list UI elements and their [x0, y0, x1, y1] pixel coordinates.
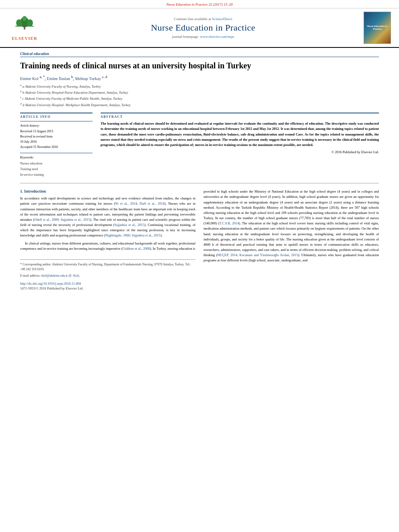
svg-point-3	[27, 19, 33, 27]
keyword-2: In-service training	[20, 172, 93, 178]
cover-image: Nurse Education in Practice	[364, 12, 391, 44]
cover-title-text: Nurse Education in Practice	[366, 25, 389, 31]
affiliations: a a Akdeniz University Faculty of Nursin…	[20, 83, 379, 108]
author-emine-ilaslan: Emine İlaslan	[47, 76, 70, 81]
journal-header: ELSEVIER Contents lists available at Sci…	[0, 8, 399, 48]
body-content: 1. Introduction In accordance with rapid…	[20, 189, 379, 290]
abstract-title: ABSTRACT	[101, 115, 379, 119]
footnote-corresponding: * Corresponding author. Akdeniz Universi…	[20, 262, 195, 272]
intro-text-left: In accordance with rapid developments in…	[20, 196, 195, 251]
footnote-email: E-mail address: ekol@akdeniz.edu.tr (E. …	[20, 273, 195, 278]
paper-content: Clinical education Training needs of cli…	[0, 48, 399, 294]
authors: Emine Kol a, *, Emine İlaslan b, Mehtap …	[20, 75, 379, 81]
keyword-1: Training need	[20, 166, 93, 172]
doi-line[interactable]: http://dx.doi.org/10.1016/j.nepr.2016.11…	[20, 281, 195, 286]
section-divider	[20, 183, 379, 183]
journal-title: Nurse Education in Practice	[43, 23, 364, 33]
journal-homepage: journal homepage: www.elsevier.com/nepr	[43, 35, 364, 39]
elsevier-label: ELSEVIER	[12, 36, 37, 41]
svg-rect-4	[24, 26, 25, 29]
affiliation-d: d d Akdeniz University Hospital- Workpla…	[20, 102, 379, 108]
intro-right-para-1: provided in high schools under the Minis…	[204, 189, 379, 263]
accepted-date: Accepted 15 November 2016	[20, 145, 93, 150]
article-history: Article history: Received 13 August 2015…	[20, 121, 93, 150]
article-keywords: Keywords: Nurses education Training need…	[20, 153, 93, 177]
affiliation-c: c c Akdeniz University Faculty of Medici…	[20, 95, 379, 101]
article-history-label: Article history:	[20, 124, 93, 127]
footnote-area: * Corresponding author. Akdeniz Universi…	[20, 259, 195, 278]
keywords-label: Keywords:	[20, 156, 93, 159]
svg-point-5	[23, 16, 27, 21]
body-right-column: provided in high schools under the Minis…	[204, 189, 379, 290]
elsevier-logo: ELSEVIER	[6, 15, 43, 41]
svg-point-2	[16, 19, 22, 27]
intro-para-2: In clinical settings, nurses from differ…	[20, 241, 195, 251]
article-info: ARTICLE INFO Article history: Received 1…	[20, 113, 93, 177]
issn-line: 1471-5953/© 2016 Published by Elsevier L…	[20, 286, 195, 290]
affiliation-b: b b Akdeniz University Hospital-Nurse Ed…	[20, 89, 379, 95]
journal-reference: Nurse Education in Practice 22 (2017) 15…	[0, 0, 399, 8]
journal-center: Contents lists available at ScienceDirec…	[43, 17, 364, 39]
article-info-title: ARTICLE INFO	[20, 115, 93, 119]
keyword-0: Nurses education	[20, 161, 93, 166]
author-mehtap-turkay: Mehtap Turkay	[75, 76, 101, 81]
intro-title: 1. Introduction	[20, 189, 195, 193]
intro-text-right: provided in high schools under the Minis…	[204, 189, 379, 263]
author-emine-kol: Emine Kol	[20, 76, 39, 81]
copyright: © 2016 Published by Elsevier Ltd.	[101, 150, 379, 154]
abstract-section: ABSTRACT The learning needs of clinical …	[101, 113, 379, 177]
body-left-column: 1. Introduction In accordance with rapid…	[20, 189, 195, 290]
sciencedirect-line: Contents lists available at ScienceDirec…	[43, 17, 364, 21]
article-meta-section: ARTICLE INFO Article history: Received 1…	[20, 113, 379, 177]
sciencedirect-link[interactable]: ScienceDirect	[212, 17, 232, 21]
received-date: Received 13 August 2015	[20, 129, 93, 134]
affiliation-a: a a Akdeniz University Faculty of Nursin…	[20, 83, 379, 89]
received-revised-date: Received in revised form10 July 2016	[20, 134, 93, 145]
abstract-text: The learning needs of clinical nurses sh…	[101, 121, 379, 148]
intro-para-1: In accordance with rapid developments in…	[20, 196, 195, 238]
homepage-link[interactable]: www.elsevier.com/nepr	[200, 35, 234, 39]
journal-cover: Nurse Education in Practice	[364, 12, 393, 44]
email-link[interactable]: ekol@akdeniz.edu.tr (E. Kol).	[41, 274, 80, 277]
paper-title: Training needs of clinical nurses at an …	[20, 60, 379, 71]
section-label: Clinical education	[20, 52, 379, 57]
